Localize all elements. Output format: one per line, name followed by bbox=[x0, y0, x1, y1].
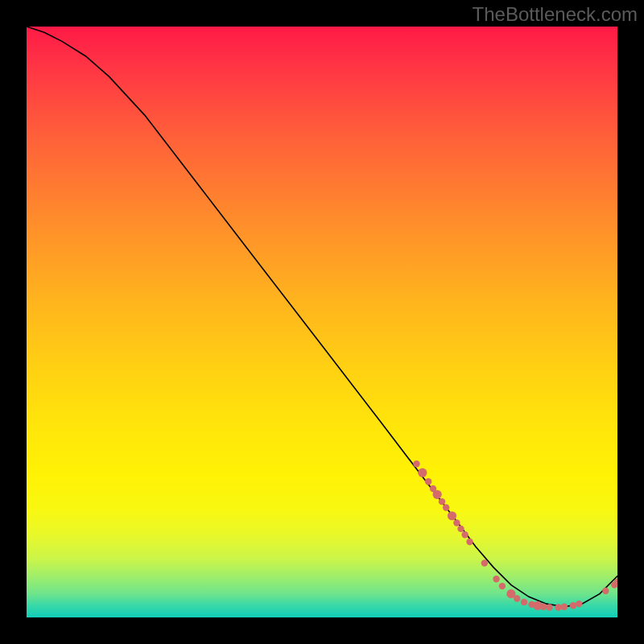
data-point bbox=[443, 504, 449, 510]
chart-svg bbox=[27, 27, 617, 617]
data-point bbox=[521, 599, 527, 605]
chart-container: TheBottleneck.com bbox=[0, 0, 644, 644]
data-point bbox=[514, 595, 520, 601]
data-point bbox=[418, 469, 427, 477]
bottleneck-curve bbox=[27, 27, 617, 607]
data-point bbox=[448, 511, 456, 520]
data-point bbox=[457, 526, 464, 532]
data-point bbox=[561, 604, 568, 610]
data-point bbox=[493, 576, 499, 582]
data-point bbox=[466, 539, 473, 545]
watermark-text: TheBottleneck.com bbox=[473, 3, 638, 26]
data-point bbox=[576, 601, 582, 607]
data-point bbox=[413, 460, 419, 467]
data-point bbox=[461, 531, 468, 538]
data-point bbox=[546, 604, 552, 610]
data-point bbox=[453, 519, 460, 526]
data-point bbox=[540, 604, 547, 610]
data-point bbox=[555, 604, 561, 610]
data-point bbox=[602, 588, 609, 594]
data-point bbox=[481, 559, 488, 566]
data-point bbox=[433, 490, 442, 499]
data-point bbox=[499, 583, 506, 589]
data-point bbox=[425, 478, 431, 485]
data-point bbox=[570, 602, 576, 609]
data-point bbox=[439, 498, 445, 505]
plot-area bbox=[27, 27, 617, 617]
